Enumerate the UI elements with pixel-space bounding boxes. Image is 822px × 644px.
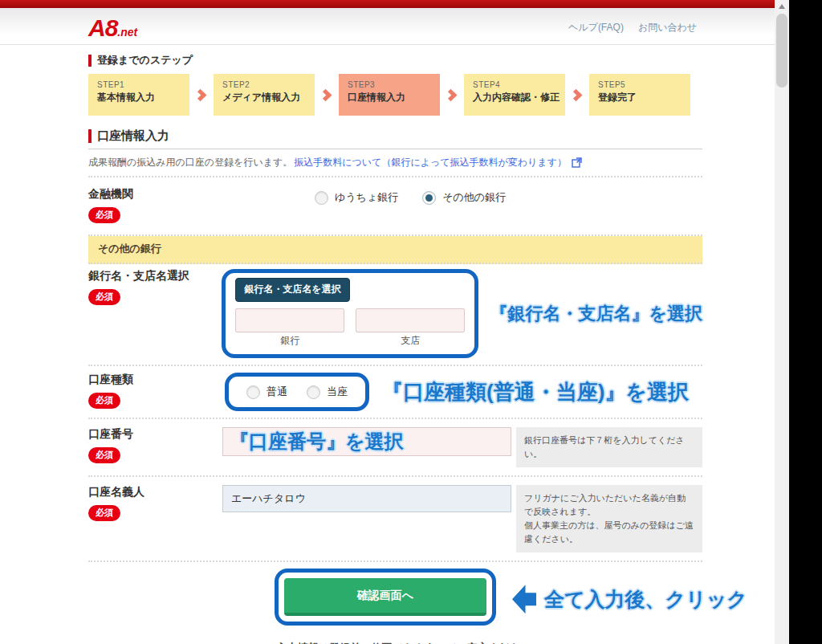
account-type-annotation-frame: 普通 当座 [225,373,369,411]
top-red-bar [0,0,789,8]
radio-unselected-icon[interactable] [315,191,328,205]
required-badge: 必須 [88,393,120,409]
submit-area: 確認画面へ 全て入力後、クリック [88,569,702,633]
step-5-complete: STEP5 登録完了 [589,74,690,116]
radio-unselected-icon[interactable] [246,385,260,399]
logo-suffix-text: .net [117,26,137,39]
step-4-confirm-edit: STEP4 入力内容確認・修正 [464,74,565,116]
contact-link[interactable]: お問い合わせ [638,21,697,35]
financial-institution-label: 金融機関 [88,187,225,202]
bank-caption: 銀行 [235,334,344,348]
account-holder-input[interactable]: エーハチタロウ [222,485,511,512]
step-3-account-info-active: STEP3 口座情報入力 [339,74,440,116]
account-holder-note: フリガナにご入力いただいた名義が自動で反映されます。 個人事業主の方は、屋号のみ… [516,485,702,552]
required-badge: 必須 [88,289,120,305]
bank-name-input[interactable] [235,308,344,332]
footer-note: 入力情報は登録前に修正できますのでご安心ください。 [88,641,702,644]
account-type-annotation: 『口座種類(普通・当座)』を選択 [382,378,689,406]
submit-annotation: 全て入力後、クリック [544,586,747,613]
scrollbar-thumb[interactable] [776,14,787,88]
chevron-right-icon [440,91,464,100]
required-badge: 必須 [88,207,120,223]
arrow-left-icon [512,585,536,613]
chevron-right-icon [315,91,339,100]
radio-futsuu[interactable]: 普通 [246,385,287,399]
account-type-row: 口座種類 必須 普通 当座 [88,366,702,419]
transfer-fee-link[interactable]: 振込手数料について（銀行によって振込手数料が変わります） [294,156,567,169]
chevron-right-icon [565,91,589,100]
bank-branch-select-label: 銀行名・支店名選択 [88,269,222,283]
account-number-row: 口座番号 必須 『口座番号』を選択 銀行口座番号は下７桁を入力してください。 [88,419,702,477]
site-header: A8.net ヘルプ(FAQ) お問い合わせ [0,8,789,45]
screenshot-root: A8.net ヘルプ(FAQ) お問い合わせ 登録までのステップ STEP1 基… [0,0,822,644]
scroll-up-arrow-icon[interactable] [775,0,789,13]
account-number-input[interactable]: 『口座番号』を選択 [222,427,511,456]
other-bank-section-header: その他の銀行 [88,236,702,264]
bank-branch-select-row: 銀行名・支店名選択 必須 銀行名・支店名を選択 銀行 [88,264,702,366]
confirm-screen-button[interactable]: 確認画面へ [284,578,486,616]
step-2-media-info: STEP2 メディア情報入力 [214,74,315,116]
radio-other-bank[interactable]: その他の銀行 [422,190,506,205]
logo-text: A8 [88,14,117,41]
submit-annotation-frame: 確認画面へ [275,569,496,626]
radio-unselected-icon[interactable] [307,385,320,399]
select-bank-branch-button[interactable]: 銀行名・支店名を選択 [235,278,349,302]
radio-touza[interactable]: 当座 [307,385,348,399]
browser-viewport: A8.net ヘルプ(FAQ) お問い合わせ 登録までのステップ STEP1 基… [0,0,789,644]
account-type-label: 口座種類 [88,373,225,387]
scrollbar[interactable] [775,0,789,644]
branch-name-input[interactable] [356,308,465,332]
chevron-right-icon [189,91,214,100]
account-holder-label: 口座名義人 [88,485,222,499]
help-faq-link[interactable]: ヘルプ(FAQ) [568,21,624,35]
radio-selected-icon[interactable] [422,191,436,205]
description-text: 成果報酬の振込み用の口座の登録を行います。 [88,156,292,169]
bank-select-annotation: 『銀行名・支店名』を選択 [490,302,702,326]
form-section: 口座情報入力 成果報酬の振込み用の口座の登録を行います。 振込手数料について（銀… [88,128,702,169]
radio-yucho-bank[interactable]: ゆうちょ銀行 [315,190,398,205]
account-holder-value: エーハチタロウ [231,491,306,506]
account-number-label: 口座番号 [88,427,222,442]
required-badge: 必須 [88,447,120,463]
steps-section: 登録までのステップ STEP1 基本情報入力 STEP2 メディア情報入力 ST… [88,45,702,116]
account-number-annotation: 『口座番号』を選択 [230,429,404,454]
required-badge: 必須 [88,505,120,521]
financial-institution-row: 金融機関 必須 ゆうちょ銀行 その他の銀行 [88,176,702,236]
red-bar-icon [88,129,92,143]
account-number-note: 銀行口座番号は下７桁を入力してください。 [516,427,702,467]
header-links: ヘルプ(FAQ) お問い合わせ [568,21,697,35]
external-link-icon [572,157,582,168]
branch-caption: 支店 [356,334,465,348]
a8net-logo[interactable]: A8.net [88,14,137,42]
account-holder-row: 口座名義人 必須 エーハチタロウ フリガナにご入力いただいた名義が自動で反映され… [88,477,702,562]
bank-select-annotation-frame: 銀行名・支店名を選択 銀行 支店 [222,269,478,358]
step-1-basic-info: STEP1 基本情報入力 [88,74,189,116]
steps-section-title: 登録までのステップ [88,53,702,67]
steps-bar: STEP1 基本情報入力 STEP2 メディア情報入力 STEP3 口座情報入力 [88,74,702,116]
form-description: 成果報酬の振込み用の口座の登録を行います。 振込手数料について（銀行によって振込… [88,156,702,169]
page-title: 口座情報入力 [97,128,169,144]
red-bar-icon [88,55,92,67]
